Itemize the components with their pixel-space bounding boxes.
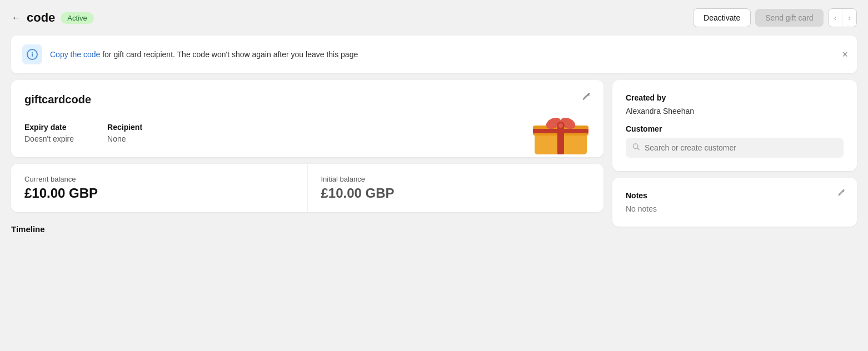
- created-by-title: Created by: [626, 93, 844, 102]
- header-right: Deactivate Send gift card ‹ ›: [693, 8, 857, 27]
- current-balance-label: Current balance: [24, 175, 294, 183]
- customer-search-wrapper: [626, 138, 844, 158]
- notes-edit-icon[interactable]: [837, 189, 846, 200]
- svg-rect-6: [533, 129, 588, 133]
- deactivate-button[interactable]: Deactivate: [693, 8, 751, 27]
- balance-card: Current balance £10.00 GBP Initial balan…: [11, 164, 603, 212]
- giftcard-code-title: giftcardcode: [24, 93, 590, 106]
- banner-text: Copy the code for gift card recipient. T…: [50, 50, 846, 59]
- main-content: Copy the code for gift card recipient. T…: [0, 36, 868, 247]
- content-right: Created by Alexandra Sheehan Customer No…: [612, 80, 857, 227]
- notes-empty-text: No notes: [626, 204, 844, 213]
- page-title: code: [27, 11, 55, 25]
- customer-title: Customer: [626, 124, 844, 133]
- close-banner-button[interactable]: ×: [842, 49, 848, 59]
- nav-arrows: ‹ ›: [828, 8, 857, 27]
- expiry-date-label: Expiry date: [24, 123, 74, 132]
- initial-balance-label: Initial balance: [321, 175, 591, 183]
- customer-search-input[interactable]: [626, 138, 844, 158]
- content-row: giftcardcode: [11, 80, 857, 236]
- created-by-card: Created by Alexandra Sheehan Customer: [612, 80, 857, 171]
- timeline-heading: Timeline: [11, 219, 603, 236]
- svg-point-2: [32, 52, 33, 53]
- notes-card: Notes No notes: [612, 178, 857, 227]
- current-balance-value: £10.00 GBP: [24, 185, 294, 201]
- initial-balance-section: Initial balance £10.00 GBP: [307, 164, 604, 212]
- page-header: ← code Active Deactivate Send gift card …: [0, 0, 868, 36]
- giftcard-fields: Expiry date Doesn't expire Recipient Non…: [24, 123, 590, 144]
- giftcard-image: [530, 113, 591, 158]
- send-gift-card-button[interactable]: Send gift card: [755, 9, 823, 27]
- expiry-date-value: Doesn't expire: [24, 134, 74, 143]
- creator-name: Alexandra Sheehan: [626, 107, 844, 116]
- svg-rect-1: [32, 53, 33, 57]
- notes-title: Notes: [626, 191, 844, 200]
- edit-giftcard-icon[interactable]: [581, 92, 591, 104]
- expiry-date-field: Expiry date Doesn't expire: [24, 123, 74, 144]
- recipient-label: Recipient: [107, 123, 142, 132]
- banner-message: for gift card recipient. The code won't …: [100, 50, 358, 59]
- giftcard-detail-card: giftcardcode: [11, 80, 603, 157]
- recipient-field: Recipient None: [107, 123, 142, 144]
- current-balance-section: Current balance £10.00 GBP: [11, 164, 307, 212]
- recipient-value: None: [107, 134, 126, 143]
- svg-point-10: [558, 123, 563, 128]
- svg-line-12: [637, 148, 639, 150]
- header-left: ← code Active: [11, 11, 94, 25]
- status-badge: Active: [61, 12, 93, 24]
- back-arrow-button[interactable]: ←: [11, 12, 21, 24]
- search-icon: [632, 143, 640, 153]
- info-icon: [22, 44, 42, 64]
- info-banner: Copy the code for gift card recipient. T…: [11, 36, 857, 73]
- content-left: giftcardcode: [11, 80, 603, 236]
- nav-next-button[interactable]: ›: [842, 9, 856, 27]
- initial-balance-value: £10.00 GBP: [321, 185, 591, 201]
- nav-prev-button[interactable]: ‹: [829, 9, 843, 27]
- copy-code-link[interactable]: Copy the code: [50, 50, 100, 59]
